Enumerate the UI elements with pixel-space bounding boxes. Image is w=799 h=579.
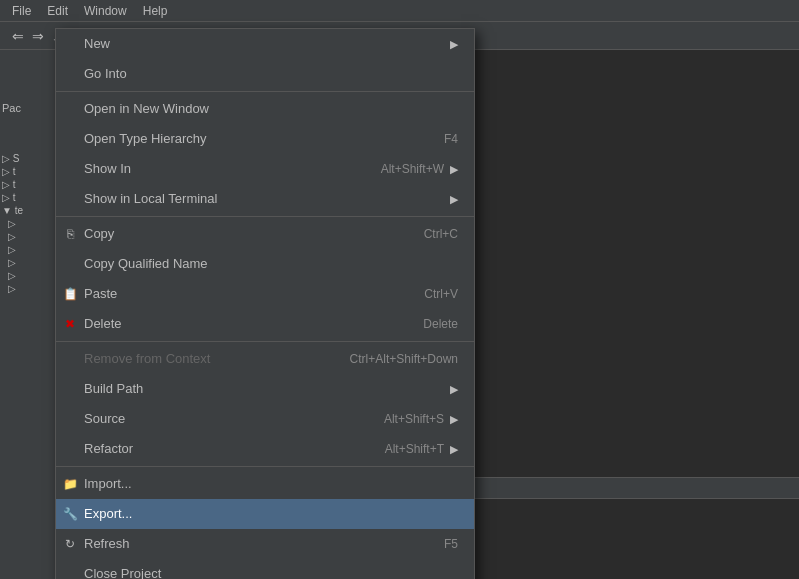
ctx-refactor-label: Refactor [84,438,133,460]
ctx-refresh-label: Refresh [84,533,130,555]
ctx-delete[interactable]: ✖ Delete Delete [56,309,474,339]
ctx-new[interactable]: New ▶ [56,29,474,59]
ctx-open-type-hierarchy-label: Open Type Hierarchy [84,128,207,150]
ctx-show-local-terminal-label: Show in Local Terminal [84,188,217,210]
ctx-copy-qualified-name-label: Copy Qualified Name [84,253,208,275]
back-button[interactable]: ⇐ [8,26,28,46]
ctx-refactor[interactable]: Refactor Alt+Shift+T ▶ [56,434,474,464]
ctx-delete-icon: ✖ [62,316,78,332]
menu-window[interactable]: Window [76,2,135,20]
tree-item-te: ▼ te [0,204,58,217]
tree-item-s: ▷ S [0,152,58,165]
ctx-build-path-label: Build Path [84,378,143,400]
tree-item-sub3: ▷ [0,243,58,256]
ctx-refresh[interactable]: ↻ Refresh F5 [56,529,474,559]
menu-file[interactable]: File [4,2,39,20]
ctx-copy[interactable]: ⎘ Copy Ctrl+C [56,219,474,249]
ctx-remove-from-context-label: Remove from Context [84,348,210,370]
ctx-sep-1 [56,91,474,92]
ctx-new-arrow: ▶ [450,33,458,55]
tree-item-sub2: ▷ [0,230,58,243]
ctx-open-new-window[interactable]: Open in New Window [56,94,474,124]
tree-item-sub4: ▷ [0,256,58,269]
ctx-go-into[interactable]: Go Into [56,59,474,89]
ctx-source-shortcut: Alt+Shift+S [384,408,444,430]
ctx-copy-label: Copy [84,223,114,245]
ctx-source-label: Source [84,408,125,430]
left-panel: Pac ▷ S ▷ t ▷ t ▷ t ▼ te ▷ ▷ ▷ ▷ ▷ ▷ [0,50,60,579]
ctx-new-label: New [84,33,110,55]
ctx-copy-icon: ⎘ [62,226,78,242]
ctx-export[interactable]: 🔧 Export... [56,499,474,529]
ctx-close-project-label: Close Project [84,563,161,579]
ctx-copy-qualified-name[interactable]: Copy Qualified Name [56,249,474,279]
ctx-sep-3 [56,341,474,342]
ctx-go-into-label: Go Into [84,63,127,85]
forward-button[interactable]: ⇒ [28,26,48,46]
ctx-paste[interactable]: 📋 Paste Ctrl+V [56,279,474,309]
ctx-remove-from-context-shortcut: Ctrl+Alt+Shift+Down [350,348,458,370]
ctx-show-local-terminal-arrow: ▶ [450,188,458,210]
ctx-remove-from-context: Remove from Context Ctrl+Alt+Shift+Down [56,344,474,374]
menu-edit[interactable]: Edit [39,2,76,20]
menu-bar: File Edit Window Help [0,0,799,22]
pac-label: Pac [2,102,21,114]
ctx-show-in[interactable]: Show In Alt+Shift+W ▶ [56,154,474,184]
ctx-open-type-hierarchy[interactable]: Open Type Hierarchy F4 [56,124,474,154]
ctx-export-label: Export... [84,503,132,525]
ctx-source[interactable]: Source Alt+Shift+S ▶ [56,404,474,434]
ctx-paste-shortcut: Ctrl+V [424,283,458,305]
ctx-paste-icon: 📋 [62,286,78,302]
ctx-show-in-shortcut: Alt+Shift+W [381,158,444,180]
menu-help[interactable]: Help [135,2,176,20]
ctx-refactor-arrow: ▶ [450,438,458,460]
tree-item-t3: ▷ t [0,191,58,204]
ctx-paste-label: Paste [84,283,117,305]
ctx-import-icon: 📁 [62,476,78,492]
ctx-build-path-arrow: ▶ [450,378,458,400]
ctx-open-type-hierarchy-shortcut: F4 [444,128,458,150]
tree-item-t1: ▷ t [0,165,58,178]
ctx-export-icon: 🔧 [62,506,78,522]
ctx-refresh-shortcut: F5 [444,533,458,555]
ctx-copy-shortcut: Ctrl+C [424,223,458,245]
tree-item-sub1: ▷ [0,217,58,230]
tree-item-t2: ▷ t [0,178,58,191]
context-menu: New ▶ Go Into Open in New Window Open Ty… [55,28,475,579]
ctx-show-in-label: Show In [84,158,131,180]
ctx-source-arrow: ▶ [450,408,458,430]
ctx-show-local-terminal[interactable]: Show in Local Terminal ▶ [56,184,474,214]
ctx-sep-4 [56,466,474,467]
ctx-close-project[interactable]: Close Project [56,559,474,579]
ctx-delete-shortcut: Delete [423,313,458,335]
ctx-show-in-arrow: ▶ [450,158,458,180]
tree-item-sub5: ▷ [0,269,58,282]
tree-item-sub6: ▷ [0,282,58,295]
tree-items: ▷ S ▷ t ▷ t ▷ t ▼ te ▷ ▷ ▷ ▷ ▷ ▷ [0,122,58,295]
ctx-import[interactable]: 📁 Import... [56,469,474,499]
ctx-delete-label: Delete [84,313,122,335]
ctx-open-new-window-label: Open in New Window [84,98,209,120]
ctx-build-path[interactable]: Build Path ▶ [56,374,474,404]
ctx-sep-2 [56,216,474,217]
ctx-import-label: Import... [84,473,132,495]
ctx-refactor-shortcut: Alt+Shift+T [385,438,444,460]
ctx-refresh-icon: ↻ [62,536,78,552]
